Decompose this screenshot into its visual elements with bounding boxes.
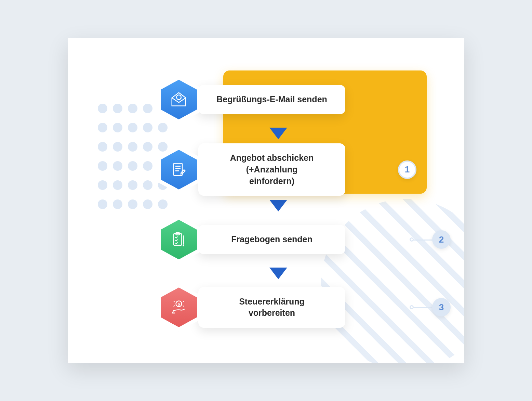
svg-text:$: $ (178, 302, 180, 307)
envelope-at-icon (170, 90, 188, 109)
step-number-badge: 3 (432, 298, 451, 316)
document-sign-icon (170, 160, 188, 179)
svg-line-11 (183, 301, 184, 302)
step-icon-hexagon: $ (157, 283, 201, 331)
step-label: Angebot abschicken (+Anzahlung einforder… (198, 143, 345, 196)
svg-line-12 (174, 306, 175, 307)
flow-arrow-icon (269, 268, 287, 279)
flow-arrow-icon (269, 128, 287, 139)
workflow-step: $ Steuererklärung vorbereiten 3 (157, 283, 430, 331)
flow-arrow-icon (269, 200, 287, 211)
workflow-card: Begrüßungs-E-Mail senden Angebot abschic… (68, 38, 464, 363)
step-icon-hexagon (157, 216, 201, 263)
workflow-step: Angebot abschicken (+Anzahlung einforder… (157, 143, 430, 196)
money-hand-icon: $ (170, 298, 188, 316)
clipboard-check-icon (170, 230, 188, 249)
step-label: Fragebogen senden (198, 225, 345, 254)
workflow-step: Fragebogen senden 2 (157, 216, 430, 263)
step-number-badge: 2 (432, 230, 451, 249)
step-label: Steuererklärung vorbereiten (198, 287, 345, 328)
svg-line-13 (183, 306, 184, 307)
svg-line-10 (174, 301, 175, 302)
workflow-step: Begrüßungs-E-Mail senden (157, 76, 430, 124)
step-label: Begrüßungs-E-Mail senden (198, 85, 345, 114)
workflow-container: Begrüßungs-E-Mail senden Angebot abschic… (157, 76, 430, 341)
step-icon-hexagon (157, 76, 201, 124)
step-number-badge: 1 (398, 160, 416, 179)
step-icon-hexagon (157, 146, 201, 194)
